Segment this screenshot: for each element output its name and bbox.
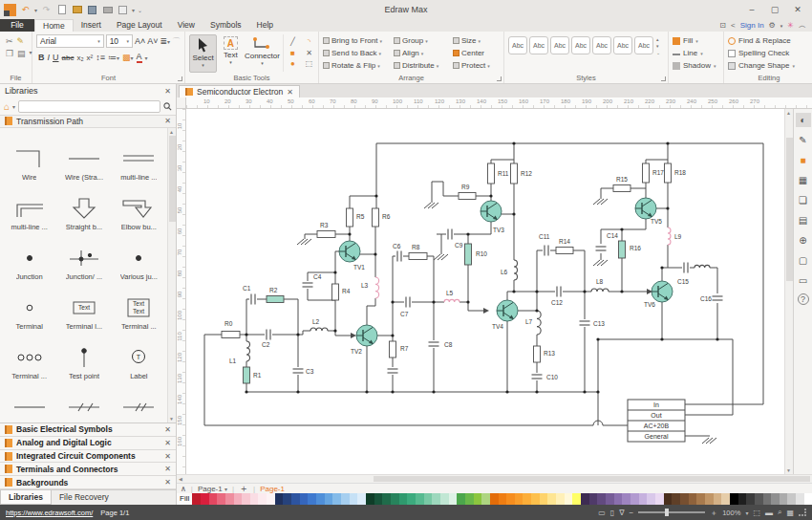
page-tab-active[interactable]: Page-1 — [260, 485, 285, 493]
arc-tool-icon[interactable]: ◝ — [304, 37, 314, 47]
magnifier-icon[interactable]: ⌕ — [778, 508, 781, 517]
library-item-multi-line[interactable]: multi-line ... — [112, 132, 166, 182]
picture-icon[interactable]: ▦ — [796, 173, 811, 187]
color-swatch-1[interactable] — [192, 493, 201, 505]
zoom-in-icon[interactable]: ＋ — [710, 508, 717, 518]
line-tool-icon[interactable]: ╱ — [288, 37, 298, 47]
transistor-TV4[interactable] — [497, 300, 518, 321]
color-swatch-4[interactable] — [217, 493, 225, 505]
open-folder-icon[interactable] — [71, 4, 83, 15]
rectangle-tool-icon[interactable]: ■ — [288, 49, 298, 58]
font-size-select[interactable]: 10▾ — [106, 34, 133, 48]
ellipse-tool-icon[interactable]: ● — [288, 59, 298, 69]
color-swatch-64[interactable] — [714, 493, 722, 505]
color-swatch-31[interactable] — [440, 493, 449, 505]
zoom-level[interactable]: 100% — [722, 509, 740, 517]
font-color-icon[interactable]: A — [137, 52, 142, 63]
color-swatch-12[interactable] — [283, 493, 291, 505]
shadow-button[interactable]: Shadow▾ — [673, 59, 719, 72]
library-home-caret-icon[interactable]: ▾ — [12, 103, 15, 110]
library-item-wire[interactable]: Wire — [2, 132, 56, 182]
vscroll-down-icon[interactable]: ▼ — [786, 467, 791, 473]
resistor-R15[interactable] — [613, 185, 630, 192]
library-section-terminals-and-connectors[interactable]: Terminals and Connectors✕ — [0, 463, 176, 476]
library-section-close-icon[interactable]: ✕ — [164, 425, 171, 434]
print-icon[interactable] — [101, 4, 114, 15]
color-swatch-19[interactable] — [341, 493, 350, 505]
style-preset-6[interactable]: Abc — [613, 36, 632, 54]
transistor-TV5[interactable] — [635, 198, 656, 219]
color-swatch-6[interactable] — [234, 493, 243, 505]
library-item-junction[interactable]: Junction/ ... — [56, 231, 111, 281]
color-swatch-51[interactable] — [606, 493, 614, 505]
arrange-send-to-back[interactable]: Send to Back▾ — [323, 49, 394, 57]
color-swatch-59[interactable] — [672, 493, 680, 505]
color-swatch-35[interactable] — [474, 493, 482, 505]
library-section-backgrounds[interactable]: Backgrounds✕ — [0, 476, 176, 489]
resistor-R2[interactable] — [267, 296, 284, 303]
search-icon[interactable] — [163, 102, 172, 111]
color-swatch-61[interactable] — [689, 493, 697, 505]
share-icon[interactable]: < — [731, 21, 736, 30]
color-swatch-25[interactable] — [391, 493, 399, 505]
color-swatch-68[interactable] — [746, 493, 755, 505]
arrange-distribute[interactable]: Distribute▾ — [394, 61, 453, 70]
color-swatch-55[interactable] — [639, 493, 648, 505]
library-item-junction[interactable]: Junction — [2, 231, 56, 281]
resistor-R0[interactable] — [222, 332, 240, 338]
color-swatch-63[interactable] — [705, 493, 714, 505]
crop-tool-icon[interactable]: ⬚ — [304, 59, 314, 69]
library-section-close-icon[interactable]: ✕ — [164, 452, 171, 461]
style-preset-4[interactable]: Abc — [571, 36, 590, 54]
subscript-button[interactable]: x₂ — [76, 54, 83, 62]
grid-icon[interactable]: ▦ — [786, 509, 794, 517]
grow-font-icon[interactable]: A˄ — [135, 36, 145, 46]
color-swatch-58[interactable] — [664, 493, 673, 505]
transistor-TV3[interactable] — [481, 201, 502, 222]
color-swatch-48[interactable] — [581, 493, 589, 505]
color-swatch-53[interactable] — [622, 493, 630, 505]
color-swatch-3[interactable] — [209, 493, 218, 505]
color-swatch-66[interactable] — [730, 493, 738, 505]
help-icon[interactable]: ? — [798, 293, 809, 305]
color-swatch-32[interactable] — [449, 493, 458, 505]
zoom-caret-icon[interactable]: ▾ — [745, 509, 748, 516]
color-swatch-2[interactable] — [201, 493, 209, 505]
style-icon[interactable]: ✎ — [796, 133, 811, 147]
fit-page-icon[interactable]: ⬚ — [753, 509, 760, 517]
superscript-button[interactable]: x² — [87, 54, 94, 62]
bullets-icon[interactable]: ≔▾ — [108, 53, 119, 62]
color-swatch-15[interactable] — [308, 493, 316, 505]
style-preset-7[interactable]: Abc — [634, 36, 653, 54]
style-preset-2[interactable]: Abc — [529, 36, 548, 54]
fill-button[interactable]: Fill▾ — [673, 34, 719, 47]
resistor-R12[interactable] — [511, 163, 518, 184]
library-search-input[interactable] — [18, 100, 160, 113]
copy-icon[interactable]: ❐ — [6, 49, 13, 58]
undo-icon[interactable]: ↶ — [19, 4, 32, 15]
transistor-TV2[interactable] — [356, 325, 377, 346]
resistor-R9[interactable] — [459, 193, 476, 200]
library-item-terminal[interactable]: Terminal ... — [2, 331, 56, 380]
arrange-center[interactable]: Center — [453, 49, 502, 57]
color-swatch-24[interactable] — [382, 493, 391, 505]
arrange-group[interactable]: Group▾ — [394, 36, 453, 45]
color-swatch-23[interactable] — [374, 493, 383, 505]
resistor-R7[interactable] — [390, 341, 396, 358]
libraries-panel-close-icon[interactable]: ✕ — [164, 87, 171, 96]
color-swatch-72[interactable] — [780, 493, 788, 505]
color-swatch-20[interactable] — [350, 493, 358, 505]
color-swatch-8[interactable] — [250, 493, 259, 505]
highlight-icon[interactable]: ▩▾ — [122, 53, 134, 62]
font-family-select[interactable]: Arial▾ — [36, 34, 104, 48]
library-item-straight-b[interactable]: Straight b... — [56, 182, 111, 231]
resistor-R18[interactable] — [665, 163, 672, 183]
circuit-diagram[interactable]: text{font-family:"Liberation Sans",sans-… — [186, 109, 784, 474]
color-swatch-60[interactable] — [680, 493, 689, 505]
document-tab[interactable]: Semiconductor Electron ✕ — [179, 85, 300, 98]
style-preset-5[interactable]: Abc — [592, 36, 611, 54]
color-swatch-42[interactable] — [531, 493, 540, 505]
color-swatch-57[interactable] — [655, 493, 664, 505]
italic-button[interactable]: I — [48, 53, 51, 62]
community-icon[interactable]: ✳ — [787, 21, 794, 30]
